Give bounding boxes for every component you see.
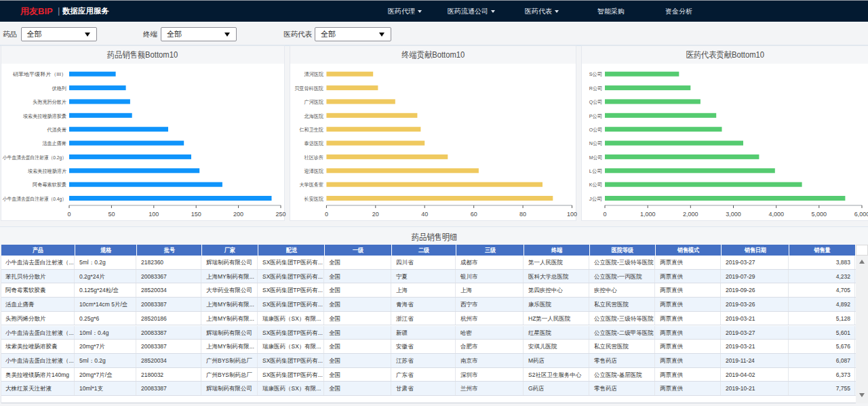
svg-text:M公司: M公司 xyxy=(589,155,602,161)
svg-text:5,000: 5,000 xyxy=(812,211,827,218)
svg-text:贝亚骨科医院: 贝亚骨科医院 xyxy=(294,85,323,92)
svg-text:100: 100 xyxy=(149,211,159,218)
svg-text:6,000: 6,000 xyxy=(854,211,868,218)
svg-text:0: 0 xyxy=(67,211,71,218)
svg-text:20: 20 xyxy=(372,211,379,218)
svg-text:头孢克肟分散片: 头孢克肟分散片 xyxy=(33,99,66,105)
svg-text:40: 40 xyxy=(421,211,428,218)
svg-text:活血止痛膏: 活血止痛膏 xyxy=(42,140,66,146)
svg-text:小牛血清去蛋白注射液（0.4g）: 小牛血清去蛋白注射液（0.4g） xyxy=(2,196,66,202)
svg-text:200: 200 xyxy=(233,211,243,218)
svg-text:250: 250 xyxy=(275,211,285,218)
svg-text:0: 0 xyxy=(325,211,328,218)
svg-text:1,000: 1,000 xyxy=(640,211,656,218)
svg-text:伏格列: 伏格列 xyxy=(52,85,66,92)
svg-text:3,000: 3,000 xyxy=(726,211,741,218)
svg-text:北海医院: 北海医院 xyxy=(304,113,324,119)
svg-text:清河医院: 清河医院 xyxy=(304,71,324,77)
svg-text:50: 50 xyxy=(108,211,115,218)
svg-text:代温灸膏: 代温灸膏 xyxy=(46,127,66,133)
svg-text:S公司: S公司 xyxy=(589,71,602,77)
svg-text:广河医院: 广河医院 xyxy=(304,99,324,105)
svg-text:社区诊所: 社区诊所 xyxy=(304,155,324,161)
svg-text:150: 150 xyxy=(191,211,201,218)
svg-text:N公司: N公司 xyxy=(589,140,602,146)
svg-text:大学医务室: 大学医务室 xyxy=(299,182,323,188)
svg-text:80: 80 xyxy=(519,211,526,218)
svg-text:O公司: O公司 xyxy=(589,127,602,133)
svg-text:Q公司: Q公司 xyxy=(589,99,602,105)
svg-text:仁和卫生院: 仁和卫生院 xyxy=(299,127,323,133)
svg-text:硝苯地平缓释片（III）: 硝苯地平缓释片（III） xyxy=(12,71,66,77)
svg-text:埃索美拉唑肠溶胶囊: 埃索美拉唑肠溶胶囊 xyxy=(22,113,66,119)
svg-text:P公司: P公司 xyxy=(589,113,602,119)
svg-text:泰达医院: 泰达医院 xyxy=(304,140,324,146)
svg-text:L公司: L公司 xyxy=(589,168,602,174)
svg-text:60: 60 xyxy=(471,211,477,218)
svg-text:100: 100 xyxy=(567,211,577,218)
svg-text:迎泽医院: 迎泽医院 xyxy=(304,168,324,174)
svg-text:长安医院: 长安医院 xyxy=(304,196,324,202)
svg-text:4,000: 4,000 xyxy=(768,211,784,218)
svg-text:小牛血清去蛋白注射液（0.2g）: 小牛血清去蛋白注射液（0.2g） xyxy=(2,155,66,161)
svg-text:埃索美拉唑肠溶片: 埃索美拉唑肠溶片 xyxy=(27,168,66,174)
svg-text:2,000: 2,000 xyxy=(683,211,698,218)
svg-text:R公司: R公司 xyxy=(589,85,602,92)
svg-text:0: 0 xyxy=(603,211,606,218)
svg-text:阿奇霉素软胶囊: 阿奇霉素软胶囊 xyxy=(33,182,66,188)
svg-text:K公司: K公司 xyxy=(589,182,602,188)
svg-text:J公司: J公司 xyxy=(589,196,602,202)
